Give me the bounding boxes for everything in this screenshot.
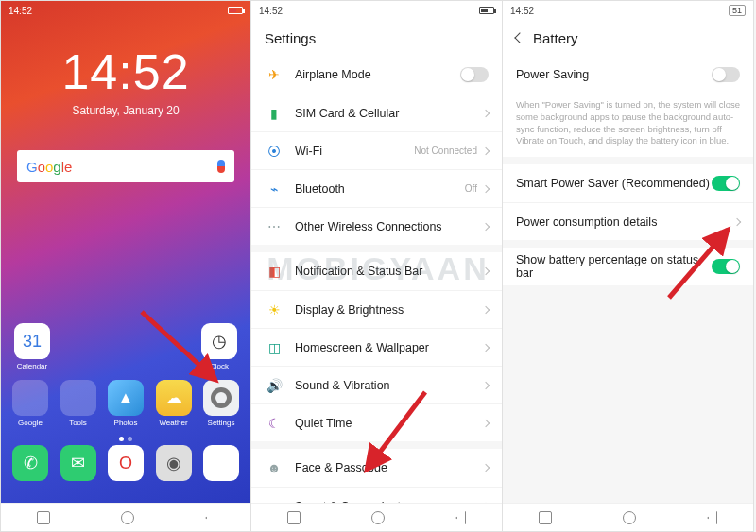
- toggle-show-percentage[interactable]: [712, 259, 740, 274]
- clock-icon: ◷: [201, 323, 237, 359]
- row-sim-card-cellular[interactable]: ▮SIM Card & Cellular: [251, 94, 502, 131]
- chevron-right-icon: [482, 381, 490, 388]
- app-playstore[interactable]: ▶: [201, 445, 241, 484]
- chevron-right-icon: [482, 109, 490, 116]
- row-homescreen-wallpaper[interactable]: ◫Homescreen & Wallpaper: [251, 328, 502, 366]
- battery-icon: [479, 7, 494, 14]
- power-saving-desc: When "Power Saving" is turned on, the sy…: [503, 94, 753, 157]
- status-bar: 14:52 51: [503, 1, 753, 20]
- app-settings[interactable]: Settings: [201, 380, 241, 427]
- status-time: 14:52: [9, 6, 32, 16]
- nav-recents[interactable]: [539, 511, 552, 524]
- phone-lockscreen: 14:52 14:52 Saturday, January 20 Google …: [0, 0, 251, 532]
- toggle[interactable]: [460, 67, 489, 82]
- row-sound-vibration[interactable]: 🔊Sound & Vibration: [251, 366, 502, 403]
- status-time: 14:52: [510, 6, 534, 16]
- status-bar: 14:52: [1, 1, 250, 20]
- nav-back[interactable]: [707, 511, 717, 524]
- app-phone[interactable]: ✆: [10, 445, 50, 484]
- row-power-saving[interactable]: Power Saving: [503, 56, 753, 94]
- nav-bar: [251, 503, 502, 531]
- app-weather[interactable]: ☁Weather: [154, 380, 194, 427]
- opera-icon: O: [108, 445, 144, 481]
- nav-home[interactable]: [623, 511, 636, 524]
- app-clock[interactable]: ◷ Clock: [199, 323, 239, 370]
- app-opera[interactable]: O: [106, 445, 146, 484]
- row-other-wireless-connections[interactable]: ⋯Other Wireless Connections: [251, 207, 502, 245]
- sound-icon: 🔊: [265, 376, 284, 395]
- page-header: Battery: [503, 20, 753, 56]
- camera-icon: ◉: [156, 445, 192, 481]
- row-label: Other Wireless Connections: [295, 220, 483, 233]
- toggle-power-saving[interactable]: [712, 67, 740, 82]
- row-notification-status-bar[interactable]: ◧Notification & Status Bar: [251, 252, 502, 290]
- app-photos[interactable]: ▲Photos: [106, 380, 146, 427]
- home-dock: 31 Calendar ◷ Clock Google Tools ▲Photos…: [1, 316, 250, 503]
- photos-icon: ▲: [108, 380, 144, 416]
- row-quiet-time[interactable]: ☾Quiet Time: [251, 403, 502, 441]
- chevron-right-icon: [482, 222, 490, 230]
- row-label: SIM Card & Cellular: [295, 107, 483, 120]
- row-bluetooth[interactable]: ⌁BluetoothOff: [251, 169, 502, 207]
- row-face-passcode[interactable]: ☻Face & Passcode: [251, 449, 502, 487]
- settings-list: ✈Airplane Mode▮SIM Card & Cellular⦿Wi-Fi…: [251, 56, 502, 503]
- chevron-right-icon: [482, 343, 490, 351]
- row-label: Sound & Vibration: [295, 379, 483, 392]
- row-label: Wi-Fi: [295, 145, 414, 158]
- phone-battery: 14:52 51 Battery Power Saving When "Powe…: [503, 0, 754, 532]
- google-search-bar[interactable]: Google: [17, 150, 234, 182]
- row-smart-saver[interactable]: Smart Power Saver (Recommended): [503, 164, 753, 202]
- row-label: Airplane Mode: [295, 68, 460, 81]
- row-consumption[interactable]: Power consumption details: [503, 202, 753, 240]
- battery-percent-icon: 51: [729, 5, 746, 16]
- row-airplane-mode[interactable]: ✈Airplane Mode: [251, 56, 502, 94]
- row-label: Quiet Time: [295, 417, 483, 430]
- row-smart-convenient[interactable]: ☺Smart & Convenient: [251, 487, 502, 503]
- row-label: Display & Brightness: [295, 303, 483, 317]
- row-display-brightness[interactable]: ☀Display & Brightness: [251, 290, 502, 328]
- display-icon: ☀: [265, 300, 284, 319]
- folder-icon: [60, 380, 96, 416]
- nav-back[interactable]: [205, 511, 215, 524]
- row-status: Not Connected: [414, 146, 477, 156]
- phone-settings: 14:52 Settings ✈Airplane Mode▮SIM Card &…: [251, 0, 503, 532]
- nav-home[interactable]: [121, 511, 134, 524]
- nav-back[interactable]: [455, 511, 466, 524]
- app-folder-tools[interactable]: Tools: [59, 380, 98, 427]
- notification-icon: ◧: [265, 262, 284, 281]
- chevron-right-icon: [482, 267, 490, 275]
- face-icon: ☻: [265, 458, 284, 477]
- nav-recents[interactable]: [37, 511, 50, 524]
- dnd-icon: ☾: [265, 414, 284, 433]
- app-calendar[interactable]: 31 Calendar: [12, 323, 52, 370]
- nav-bar: [503, 503, 753, 531]
- row-wi-fi[interactable]: ⦿Wi-FiNot Connected: [251, 131, 502, 169]
- nav-home[interactable]: [371, 511, 385, 524]
- status-time: 14:52: [259, 6, 283, 16]
- wifi-icon: ⦿: [265, 142, 284, 161]
- messages-icon: ✉: [60, 445, 96, 481]
- sim-icon: ▮: [265, 104, 284, 123]
- chevron-right-icon: [482, 146, 490, 154]
- app-messages[interactable]: ✉: [59, 445, 98, 484]
- clock-date: Saturday, January 20: [72, 104, 179, 117]
- page-title: Settings: [251, 20, 502, 56]
- nav-recents[interactable]: [287, 511, 301, 524]
- battery-list: Power Saving When "Power Saving" is turn…: [503, 56, 753, 503]
- chevron-right-icon: [482, 305, 490, 313]
- row-label: Homescreen & Wallpaper: [295, 341, 483, 354]
- page-indicator: [10, 437, 241, 441]
- airplane-icon: ✈: [265, 65, 284, 84]
- toggle-smart-saver[interactable]: [712, 176, 740, 191]
- lockscreen-bg: 14:52 14:52 Saturday, January 20 Google …: [1, 1, 250, 503]
- settings-icon: [203, 380, 239, 416]
- wallpaper-icon: ◫: [265, 338, 284, 357]
- chevron-right-icon: [482, 419, 490, 426]
- row-status: Off: [465, 183, 477, 194]
- mic-icon[interactable]: [217, 160, 225, 173]
- row-show-percentage[interactable]: Show battery percentage on status bar: [503, 248, 753, 285]
- phone-icon: ✆: [12, 445, 48, 481]
- app-camera[interactable]: ◉: [154, 445, 194, 484]
- app-folder-google[interactable]: Google: [10, 380, 50, 427]
- back-icon[interactable]: [514, 32, 524, 43]
